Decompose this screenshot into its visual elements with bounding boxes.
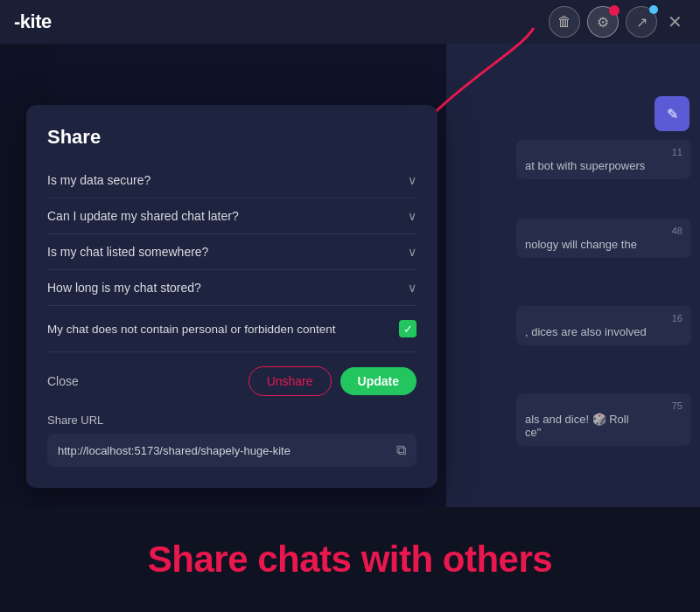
delete-icon: 🗑 (557, 14, 571, 30)
share-modal: Share Is my data secure? ∨ Can I update … (26, 105, 438, 488)
faq-item-1[interactable]: Is my data secure? ∨ (47, 163, 416, 198)
faq-chevron-3: ∨ (408, 245, 416, 259)
bottom-banner: Share chats with others (0, 507, 700, 612)
delete-button[interactable]: 🗑 (549, 6, 580, 38)
card-num-4: 75 (525, 400, 682, 411)
faq-label-2: Can I update my shared chat later? (47, 209, 239, 223)
edit-icon: ✎ (667, 106, 678, 122)
checkbox-checked[interactable]: ✓ (399, 320, 416, 337)
card-text-1: at bot with superpowers (525, 159, 682, 172)
card-text-2: nology will change the (525, 238, 682, 251)
share-url-text: http://localhost:5173/shared/shapely-hug… (58, 444, 389, 457)
faq-chevron-4: ∨ (408, 281, 416, 295)
top-bar: -kite 🗑 ⚙ ↗ ✕ (0, 0, 700, 44)
faq-label-3: Is my chat listed somewhere? (47, 245, 208, 259)
faq-label-4: How long is my chat stored? (47, 281, 201, 295)
faq-item-2[interactable]: Can I update my shared chat later? ∨ (47, 198, 416, 234)
bg-chat-card-3: 16 , dices are also involved (516, 306, 691, 345)
app-logo: -kite (14, 10, 52, 33)
bg-chat-card-2: 48 nology will change the (516, 219, 691, 258)
checkbox-row: My chat does not contain personal or for… (47, 306, 416, 352)
bg-chat-card-4: 75 als and dice! 🎲 Rollce" (516, 393, 691, 446)
card-num-1: 11 (525, 147, 682, 157)
share-icon: ↗ (636, 14, 648, 31)
card-num-2: 48 (525, 226, 682, 236)
edit-button-bg: ✎ (654, 96, 690, 131)
faq-label-1: Is my data secure? (47, 173, 150, 187)
copy-icon[interactable]: ⧉ (396, 442, 406, 458)
close-button[interactable]: ✕ (664, 8, 686, 36)
card-text-4: als and dice! 🎲 Rollce" (525, 413, 682, 439)
bg-chat-card-1: 11 at bot with superpowers (516, 140, 691, 179)
red-dot-indicator (609, 5, 620, 16)
unshare-button[interactable]: Unshare (248, 366, 332, 396)
share-url-section: Share URL http://localhost:5173/shared/s… (47, 414, 416, 467)
modal-title: Share (47, 126, 416, 149)
share-url-box: http://localhost:5173/shared/shapely-hug… (47, 434, 416, 467)
faq-item-4[interactable]: How long is my chat stored? ∨ (47, 270, 416, 306)
share-button[interactable]: ↗ (626, 6, 657, 38)
close-text-button[interactable]: Close (47, 374, 79, 388)
faq-chevron-1: ∨ (408, 173, 416, 187)
card-text-3: , dices are also involved (525, 325, 682, 338)
share-url-label: Share URL (47, 414, 416, 427)
faq-chevron-2: ∨ (408, 209, 416, 223)
card-num-3: 16 (525, 313, 682, 323)
update-button[interactable]: Update (340, 367, 416, 395)
settings-icon: ⚙ (597, 14, 609, 31)
banner-text: Share chats with others (148, 539, 552, 581)
top-bar-icons: 🗑 ⚙ ↗ ✕ (549, 6, 686, 38)
faq-item-3[interactable]: Is my chat listed somewhere? ∨ (47, 234, 416, 270)
checkbox-label: My chat does not contain personal or for… (47, 323, 390, 336)
settings-button[interactable]: ⚙ (587, 6, 619, 38)
action-row: Close Unshare Update (47, 352, 416, 410)
blue-dot-indicator (649, 5, 658, 14)
